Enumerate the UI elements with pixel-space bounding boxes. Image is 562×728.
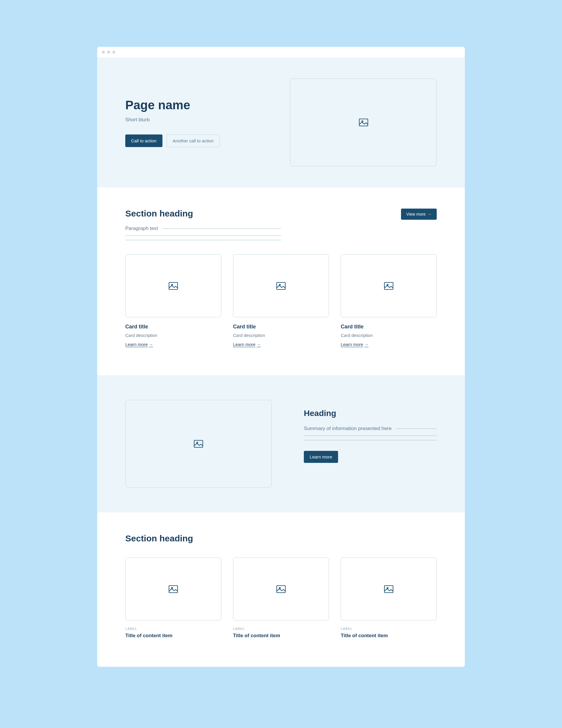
content-title: Title of content item <box>341 633 437 639</box>
svg-rect-12 <box>277 586 285 593</box>
feature-section: Heading Summary of information presented… <box>97 375 465 512</box>
feature-text-block: Heading Summary of information presented… <box>304 400 437 463</box>
view-more-label: View more <box>406 212 426 216</box>
learn-more-link[interactable]: Learn more → <box>341 342 368 347</box>
svg-rect-6 <box>384 282 393 289</box>
section-heading: Section heading <box>125 209 193 219</box>
feature-summary: Summary of information presented here <box>304 426 392 432</box>
content-image-placeholder <box>233 557 329 620</box>
learn-more-link[interactable]: Learn more → <box>233 342 261 347</box>
text-line <box>396 429 437 429</box>
feature-heading: Heading <box>304 409 437 418</box>
content-section: Section heading LABEL Title of content i… <box>97 512 465 667</box>
svg-rect-0 <box>359 119 368 126</box>
window-dot <box>112 51 115 54</box>
svg-rect-10 <box>169 586 177 593</box>
learn-more-link[interactable]: Learn more → <box>125 342 153 347</box>
content-row: LABEL Title of content item LABEL Title … <box>125 557 437 639</box>
cards-section: Section heading View more → Paragraph te… <box>97 187 465 375</box>
content-item: LABEL Title of content item <box>125 557 221 639</box>
image-icon <box>384 282 393 290</box>
image-icon <box>384 585 393 593</box>
arrow-right-icon: → <box>427 212 431 216</box>
content-title: Title of content item <box>125 633 221 639</box>
learn-more-label: Learn more <box>341 342 363 347</box>
image-icon <box>194 440 203 448</box>
content-label: LABEL <box>125 627 221 630</box>
content-item: LABEL Title of content item <box>233 557 329 639</box>
image-icon <box>276 282 286 290</box>
card-image-placeholder <box>341 254 437 317</box>
image-icon <box>276 585 286 593</box>
image-icon <box>359 118 368 127</box>
window-dot <box>102 51 105 54</box>
window-dot <box>107 51 110 54</box>
card-image-placeholder <box>125 254 221 317</box>
hero-cta-row: Call to action Another call to action <box>125 134 272 147</box>
arrow-right-icon: → <box>149 342 153 347</box>
learn-more-label: Learn more <box>125 342 148 347</box>
arrow-right-icon: → <box>364 342 368 347</box>
card-row: Card title Card description Learn more →… <box>125 254 437 347</box>
text-line <box>125 240 281 240</box>
card-image-placeholder <box>233 254 329 317</box>
browser-chrome <box>97 47 465 57</box>
content-item: LABEL Title of content item <box>341 557 437 639</box>
hero-section: Page name Short blurb Call to action Ano… <box>97 57 465 187</box>
content-title: Title of content item <box>233 633 329 639</box>
card: Card title Card description Learn more → <box>341 254 437 347</box>
feature-summary-lines: Summary of information presented here <box>304 426 437 440</box>
cta-secondary-button[interactable]: Another call to action <box>167 134 220 147</box>
content-label: LABEL <box>341 627 437 630</box>
learn-more-label: Learn more <box>233 342 256 347</box>
feature-image-placeholder <box>125 400 272 488</box>
card-description: Card description <box>341 333 437 338</box>
content-label: LABEL <box>233 627 329 630</box>
image-icon <box>169 282 178 290</box>
svg-rect-8 <box>194 440 203 447</box>
browser-window: Page name Short blurb Call to action Ano… <box>97 47 465 667</box>
hero-image-placeholder <box>290 79 437 166</box>
learn-more-button[interactable]: Learn more <box>304 451 338 463</box>
page-blurb: Short blurb <box>125 117 272 123</box>
card-description: Card description <box>125 333 221 338</box>
card: Card title Card description Learn more → <box>233 254 329 347</box>
paragraph-text: Paragraph text <box>125 226 158 231</box>
svg-rect-2 <box>169 282 177 289</box>
card-title: Card title <box>125 324 221 330</box>
card-title: Card title <box>233 324 329 330</box>
arrow-right-icon: → <box>257 342 261 347</box>
hero-text-block: Page name Short blurb Call to action Ano… <box>125 98 272 147</box>
paragraph-placeholder: Paragraph text <box>125 226 281 240</box>
cta-primary-button[interactable]: Call to action <box>125 134 163 147</box>
view-more-button[interactable]: View more → <box>401 209 437 220</box>
content-image-placeholder <box>125 557 221 620</box>
text-line <box>304 440 437 440</box>
section-heading: Section heading <box>125 533 437 543</box>
svg-rect-4 <box>277 282 285 289</box>
card-title: Card title <box>341 324 437 330</box>
svg-rect-14 <box>384 586 393 593</box>
image-icon <box>169 585 178 593</box>
page-title: Page name <box>125 98 272 112</box>
card-description: Card description <box>233 333 329 338</box>
text-line <box>304 436 437 436</box>
card: Card title Card description Learn more → <box>125 254 221 347</box>
content-image-placeholder <box>341 557 437 620</box>
section-header: Section heading View more → <box>125 209 437 220</box>
